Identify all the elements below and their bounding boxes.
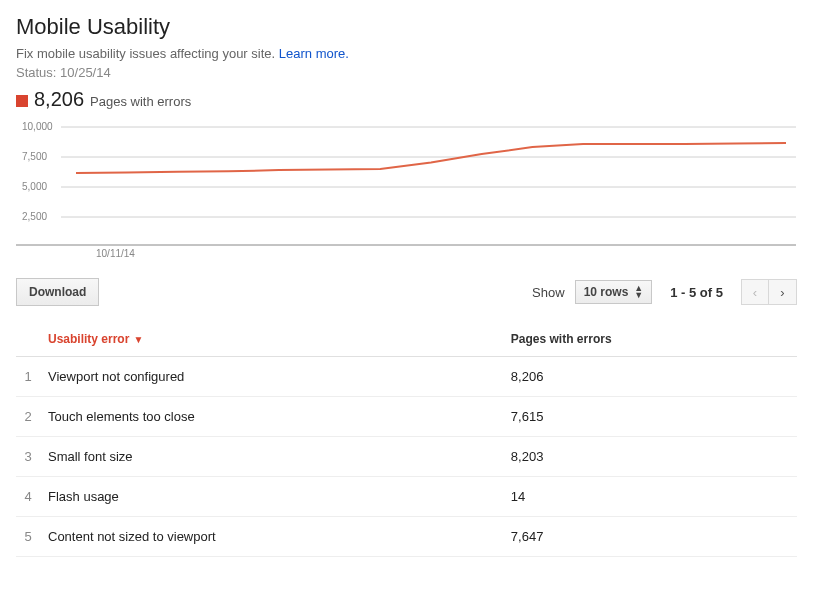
rows-select-value: 10 rows xyxy=(584,285,629,299)
chart-line xyxy=(76,143,786,173)
row-error: Flash usage xyxy=(40,477,503,517)
pagination-range: 1 - 5 of 5 xyxy=(670,285,723,300)
col-usability-error-label: Usability error xyxy=(48,332,129,346)
line-chart: 10,000 7,500 5,000 2,500 10/11/14 xyxy=(16,117,796,262)
page-subtitle: Fix mobile usability issues affecting yo… xyxy=(16,46,797,61)
row-error: Small font size xyxy=(40,437,503,477)
col-pages-with-errors[interactable]: Pages with errors xyxy=(503,324,797,357)
learn-more-link[interactable]: Learn more. xyxy=(279,46,349,61)
prev-page-button[interactable]: ‹ xyxy=(741,279,769,305)
row-pages: 7,615 xyxy=(503,397,797,437)
errors-table: Usability error▼ Pages with errors 1View… xyxy=(16,324,797,557)
row-error: Touch elements too close xyxy=(40,397,503,437)
table-row[interactable]: 3Small font size8,203 xyxy=(16,437,797,477)
row-index: 2 xyxy=(16,397,40,437)
subtitle-text: Fix mobile usability issues affecting yo… xyxy=(16,46,279,61)
table-row[interactable]: 2Touch elements too close7,615 xyxy=(16,397,797,437)
row-index: 5 xyxy=(16,517,40,557)
chevron-left-icon: ‹ xyxy=(753,285,757,300)
ytick-3: 2,500 xyxy=(22,211,47,222)
row-pages: 14 xyxy=(503,477,797,517)
ytick-0: 10,000 xyxy=(22,121,53,132)
ytick-1: 7,500 xyxy=(22,151,47,162)
table-row[interactable]: 4Flash usage14 xyxy=(16,477,797,517)
row-pages: 7,647 xyxy=(503,517,797,557)
row-error: Content not sized to viewport xyxy=(40,517,503,557)
status-label: Status: 10/25/14 xyxy=(16,65,797,80)
kpi-value: 8,206 xyxy=(34,88,84,111)
download-button[interactable]: Download xyxy=(16,278,99,306)
pager: ‹ › xyxy=(741,279,797,305)
table-header-row: Usability error▼ Pages with errors xyxy=(16,324,797,357)
col-usability-error[interactable]: Usability error▼ xyxy=(40,324,503,357)
sort-desc-icon: ▼ xyxy=(133,334,143,345)
row-index: 3 xyxy=(16,437,40,477)
row-index: 4 xyxy=(16,477,40,517)
table-toolbar: Download Show 10 rows ▲▼ 1 - 5 of 5 ‹ › xyxy=(16,278,797,306)
row-index: 1 xyxy=(16,357,40,397)
row-error: Viewport not configured xyxy=(40,357,503,397)
next-page-button[interactable]: › xyxy=(769,279,797,305)
kpi-color-swatch xyxy=(16,95,28,107)
row-pages: 8,206 xyxy=(503,357,797,397)
updown-icon: ▲▼ xyxy=(634,285,643,299)
table-row[interactable]: 5Content not sized to viewport7,647 xyxy=(16,517,797,557)
row-pages: 8,203 xyxy=(503,437,797,477)
chevron-right-icon: › xyxy=(780,285,784,300)
rows-select[interactable]: 10 rows ▲▼ xyxy=(575,280,653,304)
xtick-0: 10/11/14 xyxy=(96,248,135,259)
kpi-row: 8,206 Pages with errors xyxy=(16,88,797,111)
show-label: Show xyxy=(532,285,565,300)
chart: 10,000 7,500 5,000 2,500 10/11/14 xyxy=(16,117,797,262)
col-index xyxy=(16,324,40,357)
kpi-label: Pages with errors xyxy=(90,94,191,109)
table-row[interactable]: 1Viewport not configured8,206 xyxy=(16,357,797,397)
page-title: Mobile Usability xyxy=(16,14,797,40)
ytick-2: 5,000 xyxy=(22,181,47,192)
